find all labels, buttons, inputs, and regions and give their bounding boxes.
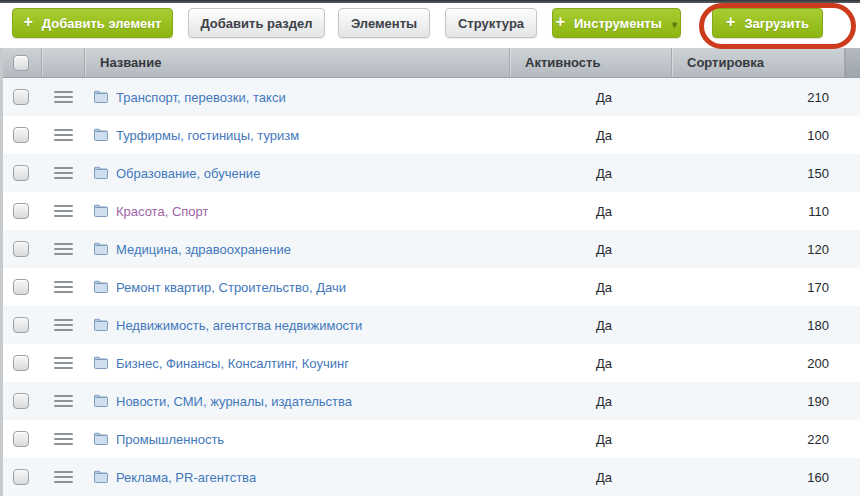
- drag-handle-icon[interactable]: [54, 243, 73, 255]
- table-row: Образование, обучение Да 150: [0, 154, 860, 192]
- sort-column-header[interactable]: Сортировка: [672, 48, 845, 77]
- folder-icon: [93, 470, 109, 484]
- table-row: Промышленность Да 220: [0, 420, 860, 458]
- folder-icon: [93, 280, 109, 294]
- folder-icon: [93, 318, 109, 332]
- activity-value: Да: [596, 394, 612, 409]
- row-drag-cell: [42, 382, 85, 420]
- plus-icon: +: [556, 14, 565, 30]
- name-column-header[interactable]: Название: [85, 48, 510, 77]
- row-drag-cell: [42, 268, 85, 306]
- structure-button[interactable]: Структура: [445, 8, 537, 38]
- row-checkbox-cell: [0, 154, 42, 192]
- drag-handle-icon[interactable]: [54, 91, 73, 103]
- row-checkbox[interactable]: [13, 127, 29, 143]
- row-drag-cell: [42, 230, 85, 268]
- drag-handle-icon[interactable]: [54, 395, 73, 407]
- row-name-cell: Промышленность: [85, 420, 510, 458]
- name-header-label: Название: [100, 55, 161, 70]
- activity-column-header[interactable]: Активность: [510, 48, 672, 77]
- row-checkbox[interactable]: [13, 469, 29, 485]
- drag-handle-icon[interactable]: [54, 205, 73, 217]
- section-link[interactable]: Медицина, здравоохранение: [116, 242, 291, 257]
- row-drag-cell: [42, 420, 85, 458]
- section-link[interactable]: Недвижимость, агентства недвижимости: [116, 318, 362, 333]
- upload-button[interactable]: + Загрузить: [712, 8, 823, 38]
- activity-value: Да: [596, 242, 612, 257]
- row-drag-cell: [42, 116, 85, 154]
- folder-icon: [93, 90, 109, 104]
- row-name-cell: Новости, СМИ, журналы, издательства: [85, 382, 510, 420]
- row-drag-cell: [42, 78, 85, 116]
- table-body: Транспорт, перевозки, такси Да 210 Турфи…: [0, 78, 860, 496]
- row-checkbox-cell: [0, 306, 42, 344]
- add-element-button[interactable]: + Добавить элемент: [12, 8, 173, 38]
- tools-button[interactable]: + Инструменты ▾: [552, 8, 681, 38]
- row-name-cell: Образование, обучение: [85, 154, 510, 192]
- section-link[interactable]: Турфирмы, гостиницы, туризм: [116, 128, 299, 143]
- section-link[interactable]: Реклама, PR-агентства: [116, 470, 256, 485]
- chevron-down-icon: ▾: [672, 18, 678, 31]
- row-drag-cell: [42, 154, 85, 192]
- section-link[interactable]: Красота, Спорт: [116, 204, 208, 219]
- row-checkbox[interactable]: [13, 241, 29, 257]
- row-checkbox[interactable]: [13, 431, 29, 447]
- sort-value: 160: [807, 470, 829, 485]
- row-checkbox[interactable]: [13, 165, 29, 181]
- row-name-cell: Транспорт, перевозки, такси: [85, 78, 510, 116]
- drag-handle-icon[interactable]: [54, 167, 73, 179]
- sort-header-label: Сортировка: [687, 55, 764, 70]
- row-sort-cell: 160: [672, 458, 860, 496]
- section-link[interactable]: Бизнес, Финансы, Консалтинг, Коучинг: [116, 356, 349, 371]
- sections-table: Название Активность Сортировка: [0, 48, 860, 496]
- row-checkbox-cell: [0, 344, 42, 382]
- row-checkbox-cell: [0, 192, 42, 230]
- row-checkbox[interactable]: [13, 279, 29, 295]
- add-section-button[interactable]: Добавить раздел: [188, 8, 325, 38]
- sort-value: 120: [807, 242, 829, 257]
- sort-value: 210: [807, 90, 829, 105]
- table-row: Бизнес, Финансы, Консалтинг, Коучинг Да …: [0, 344, 860, 382]
- folder-icon: [93, 166, 109, 180]
- row-sort-cell: 210: [672, 78, 860, 116]
- row-name-cell: Реклама, PR-агентства: [85, 458, 510, 496]
- sort-value: 100: [807, 128, 829, 143]
- row-checkbox[interactable]: [13, 355, 29, 371]
- drag-handle-icon[interactable]: [54, 129, 73, 141]
- row-drag-cell: [42, 344, 85, 382]
- row-activity-cell: Да: [510, 154, 672, 192]
- row-name-cell: Бизнес, Финансы, Консалтинг, Коучинг: [85, 344, 510, 382]
- drag-handle-icon[interactable]: [54, 281, 73, 293]
- section-link[interactable]: Новости, СМИ, журналы, издательства: [116, 394, 352, 409]
- activity-value: Да: [596, 356, 612, 371]
- select-all-checkbox[interactable]: [13, 55, 29, 71]
- elements-button[interactable]: Элементы: [338, 8, 430, 38]
- cms-sections-admin-screen: + Добавить элемент Добавить раздел Элеме…: [0, 0, 860, 496]
- drag-handle-icon[interactable]: [54, 433, 73, 445]
- sort-value: 180: [807, 318, 829, 333]
- drag-handle-icon[interactable]: [54, 471, 73, 483]
- add-element-label: Добавить элемент: [42, 16, 162, 31]
- row-activity-cell: Да: [510, 268, 672, 306]
- row-name-cell: Медицина, здравоохранение: [85, 230, 510, 268]
- section-link[interactable]: Образование, обучение: [116, 166, 260, 181]
- row-checkbox-cell: [0, 458, 42, 496]
- row-checkbox-cell: [0, 268, 42, 306]
- row-checkbox[interactable]: [13, 89, 29, 105]
- section-link[interactable]: Ремонт квартир, Строительство, Дачи: [116, 280, 346, 295]
- sort-value: 150: [807, 166, 829, 181]
- row-sort-cell: 100: [672, 116, 860, 154]
- drag-handle-icon[interactable]: [54, 357, 73, 369]
- section-link[interactable]: Промышленность: [116, 432, 224, 447]
- activity-header-label: Активность: [525, 55, 600, 70]
- section-link[interactable]: Транспорт, перевозки, такси: [116, 90, 286, 105]
- row-checkbox[interactable]: [13, 317, 29, 333]
- row-checkbox[interactable]: [13, 203, 29, 219]
- drag-column-header: [42, 48, 85, 77]
- row-checkbox[interactable]: [13, 393, 29, 409]
- drag-handle-icon[interactable]: [54, 319, 73, 331]
- table-row: Реклама, PR-агентства Да 160: [0, 458, 860, 496]
- sort-value: 190: [807, 394, 829, 409]
- row-name-cell: Красота, Спорт: [85, 192, 510, 230]
- activity-value: Да: [596, 432, 612, 447]
